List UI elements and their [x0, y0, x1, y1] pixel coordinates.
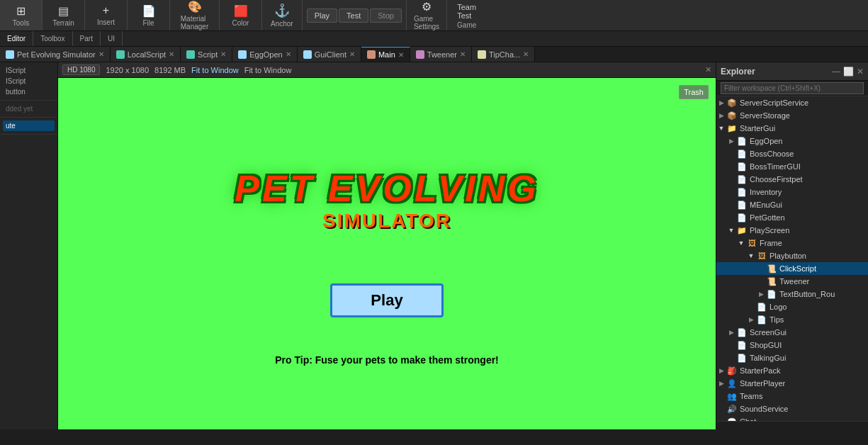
game-title-container: PET EVOLVING SIMULATOR — [235, 170, 539, 232]
icon-bossgui: 📄 — [736, 162, 748, 171]
tree-item-frame[interactable]: ▼ 🖼 Frame — [716, 237, 868, 249]
pet-sim-tab-icon — [6, 50, 14, 59]
tree-item-playscreen[interactable]: ▼ 📁 PlayScreen — [716, 224, 868, 237]
file-icon: 📄 — [142, 4, 156, 18]
pet-sim-tab-close[interactable]: ✕ — [98, 50, 104, 58]
tab-pet-simulator[interactable]: Pet Evolving Simulator ✕ — [0, 47, 111, 62]
tree-item-teams[interactable]: ▶ 👥 Teams — [716, 390, 868, 402]
icon-logo: 📄 — [756, 302, 767, 312]
toolbar-team-test[interactable]: TeamTest Game — [447, 0, 486, 30]
stop-button[interactable]: Stop — [370, 9, 402, 23]
resolution-button[interactable]: HD 1080 — [62, 64, 100, 75]
tree-item-startergui[interactable]: ▼ 📁 StarterGui — [716, 122, 868, 135]
egg-tab-label: EggOpen — [249, 50, 282, 59]
tab-localscript[interactable]: LocalScript ✕ — [111, 47, 181, 62]
icon-serverscriptservice: 📦 — [726, 98, 738, 108]
tab-tweener[interactable]: Tweener ✕ — [410, 47, 472, 62]
label-frame: Frame — [760, 239, 782, 247]
trash-button[interactable]: Trash — [679, 85, 709, 99]
tree-item-bosschoose[interactable]: ▶ 📄 BossChoose — [716, 147, 868, 160]
tree-item-textbutton[interactable]: ▶ 📄 TextButton_Rou — [716, 288, 868, 300]
icon-screengui: 📄 — [736, 327, 748, 337]
arrow-frame: ▼ — [736, 240, 746, 247]
icon-clickscript: 📜 — [766, 264, 777, 274]
toolbar-insert[interactable]: + Insert — [85, 0, 128, 30]
tree-item-tweener[interactable]: ▶ 📜 Tweener — [716, 275, 868, 288]
toolbar-game-settings[interactable]: ⚙ GameSettings — [407, 0, 447, 30]
tab-editor[interactable]: Editor — [4, 35, 28, 43]
tree-item-starterplayer[interactable]: ▶ 👤 StarterPlayer — [716, 377, 868, 390]
tab-script[interactable]: Script ✕ — [181, 47, 232, 62]
explorer-expand-button[interactable]: ⬜ — [843, 67, 854, 77]
left-panel-ute: ute — [0, 118, 57, 135]
arrow-eggopen: ▶ — [726, 137, 736, 145]
tab-tipcha[interactable]: TipCha... ✕ — [472, 47, 535, 62]
toolbar-anchor[interactable]: ⚓ Anchor — [262, 0, 303, 30]
viewport-panel: HD 1080 1920 x 1080 8192 MB Fit to Windo… — [58, 62, 716, 429]
arrow-playbutton: ▼ — [746, 252, 756, 259]
tree-item-tips[interactable]: ▶ 📄 Tips — [716, 313, 868, 326]
tree-item-talkinggui[interactable]: ▶ 📄 TalkingGui — [716, 351, 868, 364]
left-item-ute[interactable]: ute — [3, 120, 55, 131]
left-item-button[interactable]: button — [3, 86, 55, 97]
viewport-fit[interactable]: Fit to Window — [191, 66, 239, 74]
tree-item-inventory[interactable]: ▶ 📄 Inventory — [716, 186, 868, 198]
arrow-tips: ▶ — [746, 316, 756, 323]
tab-eggopen[interactable]: EggOpen ✕ — [232, 47, 297, 62]
tree-item-serverstorage[interactable]: ▶ 📦 ServerStorage — [716, 109, 868, 122]
toolbar-color[interactable]: 🟥 Color — [220, 0, 262, 30]
toolbar-tools[interactable]: ⊞ Tools — [0, 0, 43, 30]
explorer-bottom-scrollbar[interactable] — [716, 421, 868, 429]
label-starterplayer: StarterPlayer — [740, 379, 785, 388]
game-play-button[interactable]: Play — [330, 283, 444, 317]
left-item-iscript1[interactable]: IScript — [3, 65, 55, 76]
icon-textbutton: 📄 — [766, 289, 777, 299]
toolbar-file[interactable]: 📄 File — [128, 0, 170, 30]
icon-tweener: 📜 — [766, 276, 777, 286]
tree-item-chat[interactable]: ▶ 💬 Chat — [716, 415, 868, 421]
viewport-close[interactable]: ✕ — [705, 65, 711, 74]
egg-tab-close[interactable]: ✕ — [286, 50, 291, 58]
tree-item-menugui[interactable]: ▶ 📄 MEnuGui — [716, 198, 868, 211]
main-tab-close[interactable]: ✕ — [398, 51, 404, 59]
toolbar-terrain[interactable]: ▤ Terrain — [43, 0, 85, 30]
tree-item-playbutton[interactable]: ▼ 🖼 Playbutton — [716, 249, 868, 262]
script-tab-close[interactable]: ✕ — [220, 50, 226, 58]
icon-starterplayer: 👤 — [726, 378, 738, 388]
gui-tab-label: GuiClient — [315, 50, 346, 59]
tree-item-choosefirst[interactable]: ▶ 📄 ChooseFirstpet — [716, 173, 868, 186]
local-tab-close[interactable]: ✕ — [169, 50, 174, 58]
tree-item-starterpack[interactable]: ▶ 🎒 StarterPack — [716, 364, 868, 377]
toolbar-material[interactable]: 🎨 MaterialManager — [170, 0, 220, 30]
tree-item-shopgui[interactable]: ▶ 📄 ShopGUI — [716, 339, 868, 351]
gui-tab-close[interactable]: ✕ — [349, 50, 355, 58]
test-button[interactable]: Test — [339, 9, 368, 23]
explorer-search-input[interactable] — [721, 82, 864, 94]
tree-item-soundservice[interactable]: ▶ 🔊 SoundService — [716, 402, 868, 415]
label-menugui: MEnuGui — [750, 201, 782, 209]
tweener-tab-close[interactable]: ✕ — [460, 50, 466, 58]
tree-item-logo[interactable]: ▶ 📄 Logo — [716, 300, 868, 313]
play-button[interactable]: Play — [307, 9, 337, 23]
tree-item-clickscript[interactable]: ▶ 📜 ClickScript — [716, 262, 868, 275]
tree-item-serverscriptservice[interactable]: ▶ 📦 ServerScriptService — [716, 96, 868, 109]
icon-soundservice: 🔊 — [726, 404, 738, 414]
tools-icon: ⊞ — [16, 4, 26, 18]
explorer-minimize-button[interactable]: — — [832, 67, 840, 77]
tree-item-bossgui[interactable]: ▶ 📄 BossTimerGUI — [716, 160, 868, 173]
tree-item-petgotten[interactable]: ▶ 📄 PetGotten — [716, 211, 868, 224]
tree-item-eggopen[interactable]: ▶ 📄 EggOpen — [716, 135, 868, 147]
tab-guiclient[interactable]: GuiClient ✕ — [298, 47, 361, 62]
left-panel: IScript IScript button dded yet ute — [0, 62, 58, 429]
explorer-panel: Explorer — ⬜ ✕ ▶ 📦 ServerScriptService ▶… — [716, 62, 868, 429]
tip-tab-close[interactable]: ✕ — [523, 50, 529, 58]
left-panel-added: dded yet — [0, 101, 57, 118]
tab-ui[interactable]: UI — [105, 35, 118, 43]
tab-part[interactable]: Part — [77, 35, 96, 43]
left-item-iscript2[interactable]: IScript — [3, 76, 55, 86]
tab-main[interactable]: Main ✕ — [361, 47, 410, 62]
tab-toolbox[interactable]: Toolbox — [38, 35, 67, 43]
tree-item-screengui[interactable]: ▶ 📄 ScreenGui — [716, 326, 868, 339]
explorer-close-button[interactable]: ✕ — [857, 67, 864, 77]
local-tab-icon — [116, 50, 125, 59]
